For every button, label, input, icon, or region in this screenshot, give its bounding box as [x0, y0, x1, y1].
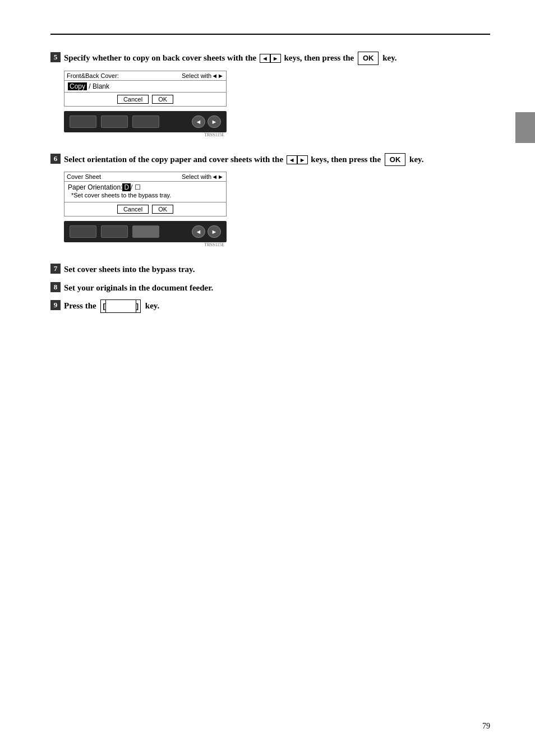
step-6-right-arrow-key: ► — [297, 155, 308, 164]
step-9-block: 9 Press the [ ] key. — [50, 299, 490, 313]
step-5-text-end: key. — [382, 53, 396, 62]
step-7-text: Set cover sheets into the bypass tray. — [64, 263, 195, 276]
side-tab — [515, 112, 535, 143]
left-arrow-key: ◄ — [260, 54, 270, 63]
step-6-text-end: key. — [409, 155, 423, 164]
step-5-screen-title: Front&Back Cover: — [67, 72, 119, 79]
step-6-ok-btn: OK — [152, 205, 173, 214]
step-5-nav-right: ► — [207, 116, 221, 128]
step-6-screen-body: Paper Orientation:D/ ☐ *Set cover sheets… — [64, 182, 226, 202]
step-9-key-bracket: [ ] — [100, 299, 141, 313]
step-6-screen-title-row: Cover Sheet Select with◄► — [64, 172, 226, 182]
step-8-text: Set your originals in the document feede… — [64, 282, 213, 294]
step-6-panel-key-1 — [70, 225, 96, 238]
step-5-ok-btn: OK — [152, 95, 173, 104]
step-6-trss-label: TRSS115E — [64, 242, 227, 247]
top-rule — [50, 34, 490, 35]
step-6-screen-line1: Paper Orientation:D/ ☐ — [68, 183, 223, 191]
page-container: 5 Specify whether to copy on back cover … — [0, 0, 535, 756]
step-5-panel: ◄ ► TRSS115E — [64, 111, 227, 137]
step-5-panel-body: ◄ ► — [64, 111, 227, 132]
step-6-orientation-label: Paper Orientation: — [68, 183, 122, 191]
step-9-bracket-content — [106, 299, 136, 313]
step-6-text: Select orientation of the copy paper and… — [64, 153, 424, 167]
step-6-nav-left: ◄ — [192, 225, 205, 238]
step-6-header: 6 Select orientation of the copy paper a… — [50, 153, 490, 167]
step-6-screen-note: *Set cover sheets to the bypass tray. — [68, 191, 223, 200]
step-6-panel-nav: ◄ ► — [192, 225, 221, 238]
step-5-screen-body: Copy / Blank — [64, 81, 226, 92]
step-6-nav-right: ► — [207, 225, 221, 238]
step-6-cancel-btn: Cancel — [117, 205, 149, 214]
step-6-text-middle: keys, then press the — [311, 155, 381, 164]
step-5-screen: Front&Back Cover: Select with◄► Copy / B… — [64, 71, 227, 107]
step-5-nav-left: ◄ — [192, 116, 205, 128]
step-6-arrow-keys: ◄► — [287, 155, 308, 164]
step-6-panel-body: ◄ ► — [64, 221, 227, 242]
page-number: 79 — [482, 722, 490, 731]
step-5-arrow-keys: ◄► — [260, 54, 281, 63]
step-7-number: 7 — [50, 264, 61, 274]
step-5-cancel-btn: Cancel — [117, 95, 149, 104]
step-8-block: 8 Set your originals in the document fee… — [50, 282, 490, 294]
step-5-panel-key-1 — [70, 116, 96, 128]
step-9-bracket-close: ] — [136, 299, 141, 313]
step-6-panel-key-2 — [101, 225, 128, 238]
step-9-number: 9 — [50, 300, 61, 310]
step-9-text: Press the [ ] key. — [64, 299, 159, 313]
step-5-number: 5 — [50, 52, 61, 62]
step-6-number: 6 — [50, 154, 61, 164]
step-5-screen-buttons: Cancel OK — [64, 92, 226, 106]
step-6-left-arrow-key: ◄ — [287, 155, 297, 164]
step-6-screen-title-right: Select with◄► — [182, 173, 224, 180]
step-6-screen-buttons: Cancel OK — [64, 202, 226, 216]
step-6-orientation-rest: / ☐ — [131, 183, 141, 191]
step-6-orientation-highlight: D — [122, 183, 131, 191]
step-5-trss-label: TRSS115E — [64, 132, 227, 137]
step-6-panel-key-3 — [132, 225, 159, 238]
step-7-block: 7 Set cover sheets into the bypass tray. — [50, 263, 490, 276]
step-5-ok-key: OK — [358, 52, 379, 65]
step-9-text-before: Press the — [64, 301, 96, 310]
step-5-image: Front&Back Cover: Select with◄► Copy / B… — [64, 71, 490, 137]
step-5-screen-rest: / Blank — [87, 82, 109, 90]
step-6-ok-key: OK — [385, 153, 406, 167]
step-5-panel-key-2 — [101, 116, 128, 128]
step-6-text-before: Select orientation of the copy paper and… — [64, 155, 283, 164]
step-5-screen-title-row: Front&Back Cover: Select with◄► — [64, 71, 226, 81]
step-9-bracket-open: [ — [100, 299, 105, 313]
step-6-screen: Cover Sheet Select with◄► Paper Orientat… — [64, 172, 227, 216]
step-5-screen-highlight: Copy — [68, 82, 87, 90]
right-arrow-key: ► — [270, 54, 281, 63]
step-5-text: Specify whether to copy on back cover sh… — [64, 52, 397, 65]
step-6-block: 6 Select orientation of the copy paper a… — [50, 153, 490, 248]
step-6-panel: ◄ ► TRSS115E — [64, 221, 227, 247]
step-5-block: 5 Specify whether to copy on back cover … — [50, 52, 490, 137]
step-5-panel-key-3 — [132, 116, 159, 128]
step-5-panel-nav: ◄ ► — [192, 116, 221, 128]
step-6-image: Cover Sheet Select with◄► Paper Orientat… — [64, 172, 490, 247]
step-5-text-before: Specify whether to copy on back cover sh… — [64, 53, 256, 62]
step-5-text-middle: keys, then press the — [284, 53, 354, 62]
step-5-header: 5 Specify whether to copy on back cover … — [50, 52, 490, 65]
step-6-screen-title: Cover Sheet — [67, 173, 101, 180]
step-5-screen-title-right: Select with◄► — [182, 72, 224, 79]
step-8-number: 8 — [50, 282, 61, 292]
step-9-text-after: key. — [145, 301, 159, 310]
